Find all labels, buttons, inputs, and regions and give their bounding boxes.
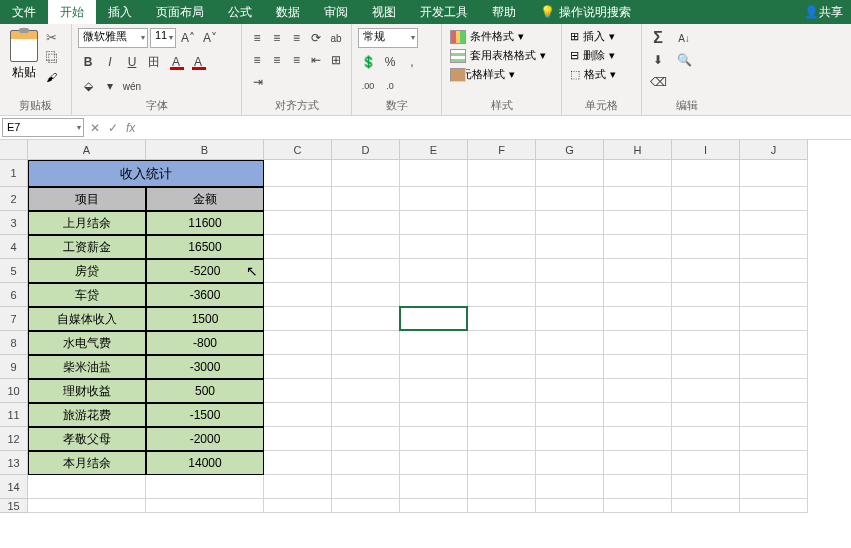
cell[interactable]	[740, 499, 808, 513]
data-cell[interactable]: 11600	[146, 211, 264, 235]
format-cells-button[interactable]: ⬚格式▾	[568, 66, 635, 83]
conditional-format-button[interactable]: 条件格式▾	[448, 28, 555, 45]
data-cell[interactable]: -2000	[146, 427, 264, 451]
cell[interactable]	[604, 451, 672, 475]
cell[interactable]	[740, 427, 808, 451]
cell[interactable]	[536, 331, 604, 355]
cell[interactable]	[400, 211, 468, 235]
cell[interactable]	[332, 160, 400, 187]
cell[interactable]	[536, 427, 604, 451]
paste-button[interactable]: 粘贴	[6, 28, 42, 96]
align-middle-button[interactable]: ≡	[268, 28, 286, 48]
name-box[interactable]: E7 ▾	[2, 118, 84, 137]
cell[interactable]	[468, 235, 536, 259]
cell[interactable]	[264, 379, 332, 403]
cell[interactable]	[146, 475, 264, 499]
cell[interactable]	[672, 211, 740, 235]
cell[interactable]	[672, 235, 740, 259]
cell[interactable]	[264, 475, 332, 499]
cell[interactable]	[604, 259, 672, 283]
cell[interactable]	[604, 475, 672, 499]
column-header[interactable]: I	[672, 140, 740, 160]
data-cell[interactable]: 柴米油盐	[28, 355, 146, 379]
cell[interactable]	[332, 427, 400, 451]
cell[interactable]	[332, 451, 400, 475]
cell[interactable]	[604, 427, 672, 451]
number-format-select[interactable]: 常规 ▾	[358, 28, 418, 48]
tab-file[interactable]: 文件	[0, 0, 48, 24]
cell[interactable]	[468, 379, 536, 403]
cell[interactable]	[536, 355, 604, 379]
cell[interactable]	[604, 403, 672, 427]
cell[interactable]	[332, 187, 400, 211]
cell[interactable]	[672, 403, 740, 427]
cell[interactable]	[332, 379, 400, 403]
data-cell[interactable]: 500	[146, 379, 264, 403]
cell[interactable]	[536, 187, 604, 211]
tab-formula[interactable]: 公式	[216, 0, 264, 24]
italic-button[interactable]: I	[100, 52, 120, 72]
cell[interactable]	[740, 475, 808, 499]
enter-icon[interactable]: ✓	[108, 121, 118, 135]
row-header[interactable]: 15	[0, 499, 28, 513]
tell-me-search[interactable]: 💡 操作说明搜索	[528, 0, 643, 24]
cell[interactable]	[604, 160, 672, 187]
cell[interactable]	[400, 259, 468, 283]
data-cell[interactable]: 14000	[146, 451, 264, 475]
data-cell[interactable]: 16500	[146, 235, 264, 259]
decrease-indent-button[interactable]: ⇤	[307, 50, 325, 70]
cell[interactable]	[468, 187, 536, 211]
cell[interactable]	[468, 211, 536, 235]
font-color-button[interactable]: A	[188, 52, 208, 72]
cell[interactable]	[604, 187, 672, 211]
cell[interactable]	[400, 499, 468, 513]
data-cell[interactable]: 水电气费	[28, 331, 146, 355]
cell[interactable]	[468, 451, 536, 475]
column-header[interactable]: C	[264, 140, 332, 160]
cell[interactable]	[264, 427, 332, 451]
data-cell[interactable]: -3000	[146, 355, 264, 379]
cell[interactable]	[740, 235, 808, 259]
align-top-button[interactable]: ≡	[248, 28, 266, 48]
cell[interactable]	[740, 160, 808, 187]
cell[interactable]	[672, 307, 740, 331]
cell[interactable]	[536, 235, 604, 259]
share-button[interactable]: 👤 共享	[796, 0, 851, 24]
cell[interactable]	[740, 451, 808, 475]
cell[interactable]	[536, 475, 604, 499]
cell[interactable]	[264, 211, 332, 235]
cell[interactable]	[604, 331, 672, 355]
increase-decimal-button[interactable]: .00	[358, 76, 378, 96]
cell[interactable]	[332, 499, 400, 513]
cell[interactable]	[536, 283, 604, 307]
wrap-text-button[interactable]: ab	[327, 28, 345, 48]
cell[interactable]	[332, 475, 400, 499]
cell[interactable]	[468, 160, 536, 187]
cell[interactable]	[740, 259, 808, 283]
cell[interactable]	[740, 403, 808, 427]
delete-cells-button[interactable]: ⊟删除▾	[568, 47, 635, 64]
data-cell[interactable]: 工资薪金	[28, 235, 146, 259]
cell[interactable]	[332, 211, 400, 235]
cell[interactable]	[264, 499, 332, 513]
cut-icon[interactable]	[46, 30, 62, 46]
font-color-a-button[interactable]: A	[166, 52, 186, 72]
row-header[interactable]: 8	[0, 331, 28, 355]
row-header[interactable]: 7	[0, 307, 28, 331]
merge-button[interactable]: ⊞	[327, 50, 345, 70]
cell[interactable]	[604, 283, 672, 307]
fill-color-button[interactable]: ⬙	[78, 76, 98, 96]
cell[interactable]	[536, 307, 604, 331]
align-right-button[interactable]: ≡	[288, 50, 306, 70]
row-header[interactable]: 10	[0, 379, 28, 403]
sort-filter-button[interactable]: A↓	[674, 28, 694, 48]
align-center-button[interactable]: ≡	[268, 50, 286, 70]
cell[interactable]	[740, 379, 808, 403]
increase-font-button[interactable]: A˄	[178, 28, 198, 48]
cell[interactable]	[536, 499, 604, 513]
row-header[interactable]: 13	[0, 451, 28, 475]
cell[interactable]	[400, 355, 468, 379]
cell[interactable]	[536, 259, 604, 283]
cell[interactable]	[672, 259, 740, 283]
cell[interactable]	[332, 259, 400, 283]
